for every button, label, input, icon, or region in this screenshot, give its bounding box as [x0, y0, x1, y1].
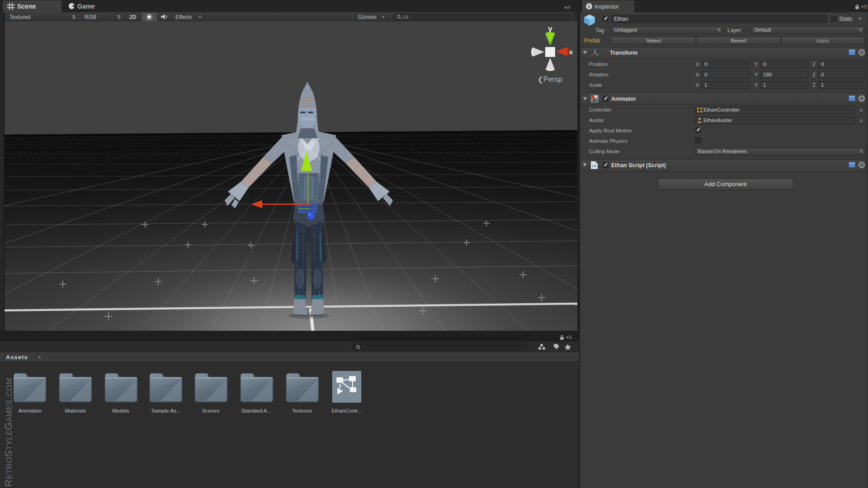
svg-text:Models: Models — [112, 408, 129, 413]
svg-text:y: y — [548, 24, 552, 33]
svg-text:C#: C# — [592, 164, 597, 168]
svg-text:Scenes: Scenes — [202, 408, 220, 413]
svg-text:Materials: Materials — [65, 408, 86, 413]
svg-text:EthanContr...: EthanContr... — [331, 408, 362, 413]
svg-text:Textures: Textures — [292, 408, 312, 413]
svg-text:Standard A...: Standard A... — [241, 408, 272, 413]
svg-text:x: x — [569, 48, 573, 56]
svg-text:❮Persp: ❮Persp — [537, 75, 562, 84]
svg-text:Animation: Animation — [18, 408, 41, 413]
svg-text:Sample As...: Sample As... — [151, 408, 181, 413]
